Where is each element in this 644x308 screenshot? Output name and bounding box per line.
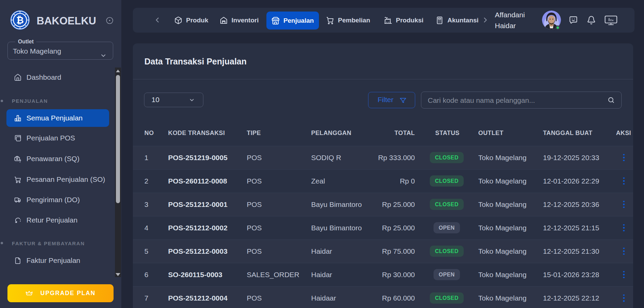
svg-text:₿: ₿ (16, 15, 24, 25)
